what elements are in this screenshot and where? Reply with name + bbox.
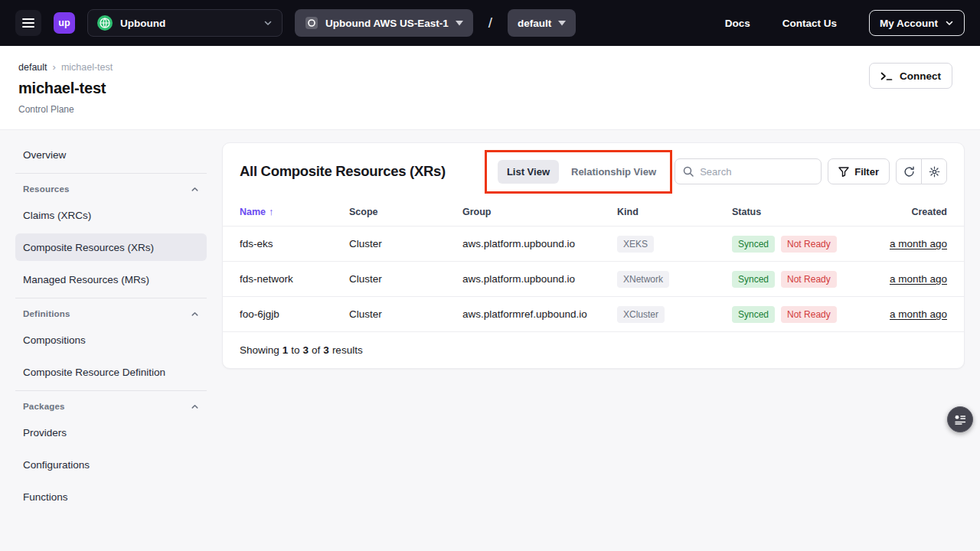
- cell-name[interactable]: fds-eks: [240, 238, 349, 249]
- refresh-button[interactable]: [896, 158, 922, 184]
- column-header-status[interactable]: Status: [732, 207, 911, 217]
- main-area: Overview Resources Claims (XRCs) Composi…: [0, 130, 980, 551]
- sidebar-section-packages[interactable]: Packages: [15, 400, 207, 419]
- sidebar-item-providers[interactable]: Providers: [15, 419, 207, 446]
- cell-scope: Cluster: [349, 273, 462, 285]
- control-plane-icon: [305, 16, 318, 30]
- sort-asc-icon: ↑: [269, 207, 273, 217]
- filter-funnel-icon: [838, 167, 849, 177]
- chevron-up-icon: [191, 403, 199, 411]
- cell-group: aws.platformref.upbound.io: [462, 308, 617, 320]
- org-select-label: Upbound: [120, 18, 165, 29]
- cell-scope: Cluster: [349, 238, 462, 249]
- cell-created: a month ago: [890, 308, 947, 320]
- not-ready-badge: Not Ready: [781, 306, 837, 323]
- caret-down-icon: [558, 21, 566, 26]
- chevron-down-icon: [263, 18, 273, 28]
- cell-name[interactable]: fds-network: [240, 273, 349, 285]
- sidebar-item-managed-resources[interactable]: Managed Resources (MRs): [15, 266, 207, 293]
- org-select-dropdown[interactable]: Upbound: [87, 9, 283, 37]
- breadcrumb: default › michael-test: [18, 61, 962, 73]
- sidebar-item-compositions[interactable]: Compositions: [15, 326, 207, 354]
- path-separator: /: [488, 15, 492, 31]
- sidebar-divider: [15, 173, 207, 174]
- control-plane-select-dropdown[interactable]: Upbound AWS US-East-1: [295, 9, 473, 37]
- list-view-button[interactable]: List View: [498, 160, 559, 184]
- connect-label: Connect: [900, 70, 941, 82]
- sidebar: Overview Resources Claims (XRCs) Composi…: [15, 141, 207, 515]
- created-link[interactable]: a month ago: [890, 273, 947, 285]
- widget-icon: [954, 415, 966, 425]
- sidebar-item-overview[interactable]: Overview: [15, 141, 207, 168]
- table-row[interactable]: foo-6jgjb Cluster aws.platformref.upboun…: [223, 296, 964, 331]
- table-header-row: Name ↑ Scope Group Kind Status Created: [223, 198, 964, 226]
- sidebar-item-composite-resource-definition[interactable]: Composite Resource Definition: [15, 358, 207, 386]
- breadcrumb-separator-icon: ›: [53, 61, 56, 73]
- relationship-view-button[interactable]: Relationship View: [562, 160, 665, 184]
- hamburger-icon: [22, 18, 34, 20]
- column-header-group[interactable]: Group: [462, 207, 617, 217]
- chevron-up-icon: [191, 310, 199, 318]
- cell-group: aws.platform.upbound.io: [462, 273, 617, 285]
- settings-button[interactable]: [921, 158, 947, 184]
- created-link[interactable]: a month ago: [890, 238, 947, 249]
- kind-badge: XCluster: [617, 306, 665, 323]
- cell-created: a month ago: [890, 238, 947, 249]
- column-header-name[interactable]: Name ↑: [240, 207, 349, 217]
- globe-icon: [97, 15, 113, 31]
- table-row[interactable]: fds-network Cluster aws.platform.upbound…: [223, 261, 964, 296]
- breadcrumb-current: michael-test: [61, 62, 113, 73]
- synced-badge: Synced: [732, 236, 775, 253]
- page-subtitle: Control Plane: [18, 104, 962, 115]
- search-input[interactable]: [700, 166, 813, 178]
- table-row[interactable]: fds-eks Cluster aws.platform.upbound.io …: [223, 226, 964, 261]
- logo-text: up: [58, 18, 70, 28]
- page-header: default › michael-test michael-test Cont…: [0, 46, 980, 130]
- my-account-button[interactable]: My Account: [869, 10, 965, 36]
- page-title: michael-test: [18, 80, 962, 97]
- filter-label: Filter: [854, 166, 879, 178]
- sidebar-section-resources[interactable]: Resources: [15, 183, 207, 201]
- column-header-scope[interactable]: Scope: [349, 207, 462, 217]
- filter-button[interactable]: Filter: [828, 158, 890, 184]
- upbound-logo[interactable]: up: [54, 12, 75, 34]
- sidebar-section-definitions[interactable]: Definitions: [15, 308, 207, 326]
- synced-badge: Synced: [732, 306, 775, 323]
- sidebar-item-composite-resources[interactable]: Composite Resources (XRs): [15, 233, 207, 261]
- sidebar-item-configurations[interactable]: Configurations: [15, 451, 207, 478]
- my-account-label: My Account: [880, 18, 938, 29]
- table-action-buttons: [896, 158, 947, 184]
- chevron-up-icon: [191, 185, 199, 194]
- sidebar-divider: [15, 390, 207, 391]
- docs-link[interactable]: Docs: [725, 18, 750, 29]
- sidebar-item-functions[interactable]: Functions: [15, 483, 207, 510]
- created-link[interactable]: a month ago: [890, 308, 947, 320]
- sidebar-divider: [15, 298, 207, 298]
- search-icon: [683, 166, 694, 177]
- cell-name[interactable]: foo-6jgjb: [240, 308, 349, 320]
- column-header-created[interactable]: Created: [911, 207, 947, 217]
- refresh-icon: [903, 166, 915, 178]
- not-ready-badge: Not Ready: [781, 271, 837, 288]
- cell-scope: Cluster: [349, 308, 462, 320]
- namespace-select-dropdown[interactable]: default: [508, 9, 576, 37]
- cell-status: Synced Not Ready: [732, 306, 890, 323]
- caret-down-icon: [456, 21, 463, 26]
- cell-group: aws.platform.upbound.io: [462, 238, 617, 249]
- hamburger-menu-button[interactable]: [15, 10, 41, 36]
- floating-widget-button[interactable]: [947, 406, 973, 432]
- kind-badge: XEKS: [617, 236, 654, 253]
- column-header-kind[interactable]: Kind: [617, 207, 732, 217]
- connect-button[interactable]: Connect: [869, 63, 952, 89]
- contact-us-link[interactable]: Contact Us: [782, 18, 837, 29]
- kind-badge: XNetwork: [617, 271, 669, 288]
- card-header: All Composite Resources (XRs) List View …: [223, 143, 964, 198]
- cell-status: Synced Not Ready: [732, 236, 890, 253]
- breadcrumb-root[interactable]: default: [18, 62, 47, 73]
- not-ready-badge: Not Ready: [781, 236, 837, 253]
- cell-status: Synced Not Ready: [732, 271, 890, 288]
- cell-kind: XEKS: [617, 236, 732, 253]
- cell-kind: XCluster: [617, 306, 732, 323]
- gear-icon: [929, 166, 940, 178]
- sidebar-item-claims[interactable]: Claims (XRCs): [15, 201, 207, 229]
